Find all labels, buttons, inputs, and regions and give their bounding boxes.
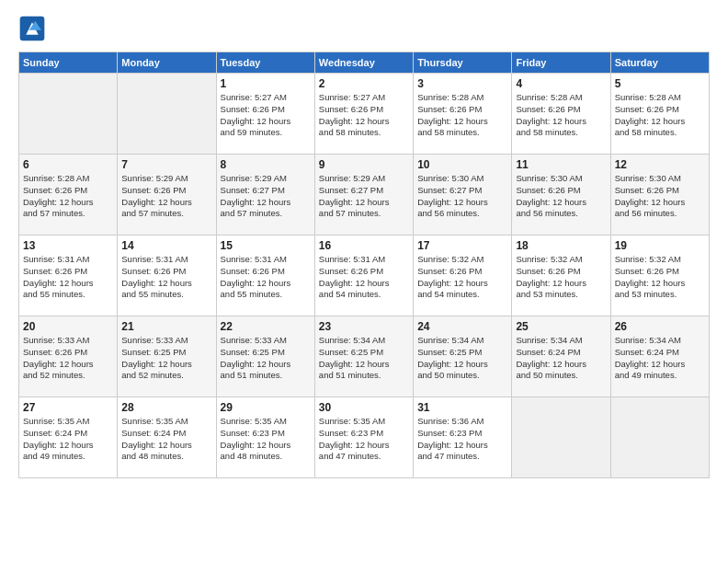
day-number: 1	[221, 77, 311, 90]
calendar-cell	[512, 397, 610, 478]
week-row-2: 6Sunrise: 5:28 AM Sunset: 6:26 PM Daylig…	[19, 155, 710, 236]
day-header-row: SundayMondayTuesdayWednesdayThursdayFrid…	[19, 52, 710, 74]
calendar-cell: 13Sunrise: 5:31 AM Sunset: 6:26 PM Dayli…	[19, 236, 118, 316]
day-number: 9	[319, 158, 409, 171]
day-detail: Sunrise: 5:29 AM Sunset: 6:27 PM Dayligh…	[221, 173, 311, 220]
day-detail: Sunrise: 5:31 AM Sunset: 6:26 PM Dayligh…	[221, 254, 311, 301]
week-row-4: 20Sunrise: 5:33 AM Sunset: 6:26 PM Dayli…	[19, 316, 710, 397]
calendar-cell: 12Sunrise: 5:30 AM Sunset: 6:26 PM Dayli…	[610, 155, 709, 236]
day-number: 14	[121, 239, 211, 252]
day-number: 31	[417, 401, 507, 414]
calendar-cell: 28Sunrise: 5:35 AM Sunset: 6:24 PM Dayli…	[118, 397, 216, 478]
day-number: 3	[417, 77, 507, 90]
calendar-cell: 22Sunrise: 5:33 AM Sunset: 6:25 PM Dayli…	[216, 316, 314, 397]
day-number: 6	[23, 158, 113, 171]
calendar-cell: 26Sunrise: 5:34 AM Sunset: 6:24 PM Dayli…	[610, 316, 709, 397]
day-number: 26	[615, 320, 705, 333]
day-detail: Sunrise: 5:27 AM Sunset: 6:26 PM Dayligh…	[221, 92, 311, 139]
calendar-cell: 9Sunrise: 5:29 AM Sunset: 6:27 PM Daylig…	[314, 155, 413, 236]
calendar-cell: 5Sunrise: 5:28 AM Sunset: 6:26 PM Daylig…	[610, 74, 709, 155]
calendar-cell: 7Sunrise: 5:29 AM Sunset: 6:26 PM Daylig…	[118, 155, 216, 236]
day-number: 12	[615, 158, 705, 171]
calendar-cell: 14Sunrise: 5:31 AM Sunset: 6:26 PM Dayli…	[118, 236, 216, 316]
day-number: 20	[23, 320, 113, 333]
day-number: 18	[516, 239, 606, 252]
day-number: 21	[121, 320, 211, 333]
day-detail: Sunrise: 5:29 AM Sunset: 6:27 PM Dayligh…	[319, 173, 409, 220]
day-detail: Sunrise: 5:32 AM Sunset: 6:26 PM Dayligh…	[516, 254, 606, 301]
day-detail: Sunrise: 5:36 AM Sunset: 6:23 PM Dayligh…	[417, 416, 507, 463]
day-detail: Sunrise: 5:31 AM Sunset: 6:26 PM Dayligh…	[319, 254, 409, 301]
day-header-friday: Friday	[512, 52, 610, 74]
day-detail: Sunrise: 5:28 AM Sunset: 6:26 PM Dayligh…	[417, 92, 507, 139]
day-header-sunday: Sunday	[19, 52, 118, 74]
calendar-cell: 23Sunrise: 5:34 AM Sunset: 6:25 PM Dayli…	[314, 316, 413, 397]
day-header-wednesday: Wednesday	[314, 52, 413, 74]
day-detail: Sunrise: 5:34 AM Sunset: 6:24 PM Dayligh…	[516, 335, 606, 382]
day-detail: Sunrise: 5:34 AM Sunset: 6:24 PM Dayligh…	[615, 335, 705, 382]
day-number: 22	[221, 320, 311, 333]
day-detail: Sunrise: 5:28 AM Sunset: 6:26 PM Dayligh…	[615, 92, 705, 139]
day-header-thursday: Thursday	[414, 52, 512, 74]
calendar-cell: 20Sunrise: 5:33 AM Sunset: 6:26 PM Dayli…	[19, 316, 118, 397]
calendar-cell	[19, 74, 118, 155]
day-number: 8	[221, 158, 311, 171]
day-header-tuesday: Tuesday	[216, 52, 314, 74]
calendar-cell: 6Sunrise: 5:28 AM Sunset: 6:26 PM Daylig…	[19, 155, 118, 236]
day-detail: Sunrise: 5:30 AM Sunset: 6:27 PM Dayligh…	[417, 173, 507, 220]
day-detail: Sunrise: 5:27 AM Sunset: 6:26 PM Dayligh…	[319, 92, 409, 139]
calendar-cell: 15Sunrise: 5:31 AM Sunset: 6:26 PM Dayli…	[216, 236, 314, 316]
day-detail: Sunrise: 5:28 AM Sunset: 6:26 PM Dayligh…	[23, 173, 113, 220]
day-number: 19	[615, 239, 705, 252]
calendar-cell: 8Sunrise: 5:29 AM Sunset: 6:27 PM Daylig…	[216, 155, 314, 236]
week-row-1: 1Sunrise: 5:27 AM Sunset: 6:26 PM Daylig…	[19, 74, 710, 155]
week-row-3: 13Sunrise: 5:31 AM Sunset: 6:26 PM Dayli…	[19, 236, 710, 316]
logo	[18, 15, 50, 42]
calendar-cell: 25Sunrise: 5:34 AM Sunset: 6:24 PM Dayli…	[512, 316, 610, 397]
day-number: 16	[319, 239, 409, 252]
day-detail: Sunrise: 5:35 AM Sunset: 6:23 PM Dayligh…	[319, 416, 409, 463]
day-number: 17	[417, 239, 507, 252]
calendar-cell: 31Sunrise: 5:36 AM Sunset: 6:23 PM Dayli…	[414, 397, 512, 478]
calendar-cell: 29Sunrise: 5:35 AM Sunset: 6:23 PM Dayli…	[216, 397, 314, 478]
calendar-cell: 4Sunrise: 5:28 AM Sunset: 6:26 PM Daylig…	[512, 74, 610, 155]
day-header-saturday: Saturday	[610, 52, 709, 74]
calendar-cell: 24Sunrise: 5:34 AM Sunset: 6:25 PM Dayli…	[414, 316, 512, 397]
calendar-cell	[610, 397, 709, 478]
calendar-cell: 11Sunrise: 5:30 AM Sunset: 6:26 PM Dayli…	[512, 155, 610, 236]
calendar-cell: 17Sunrise: 5:32 AM Sunset: 6:26 PM Dayli…	[414, 236, 512, 316]
day-detail: Sunrise: 5:30 AM Sunset: 6:26 PM Dayligh…	[615, 173, 705, 220]
day-detail: Sunrise: 5:35 AM Sunset: 6:23 PM Dayligh…	[221, 416, 311, 463]
calendar-body: 1Sunrise: 5:27 AM Sunset: 6:26 PM Daylig…	[19, 74, 710, 478]
day-detail: Sunrise: 5:30 AM Sunset: 6:26 PM Dayligh…	[516, 173, 606, 220]
day-number: 27	[23, 401, 113, 414]
calendar-cell: 30Sunrise: 5:35 AM Sunset: 6:23 PM Dayli…	[314, 397, 413, 478]
day-detail: Sunrise: 5:32 AM Sunset: 6:26 PM Dayligh…	[615, 254, 705, 301]
calendar-table: SundayMondayTuesdayWednesdayThursdayFrid…	[18, 52, 710, 478]
day-detail: Sunrise: 5:34 AM Sunset: 6:25 PM Dayligh…	[319, 335, 409, 382]
calendar-cell: 3Sunrise: 5:28 AM Sunset: 6:26 PM Daylig…	[414, 74, 512, 155]
day-number: 2	[319, 77, 409, 90]
day-detail: Sunrise: 5:33 AM Sunset: 6:25 PM Dayligh…	[121, 335, 211, 382]
logo-icon	[18, 15, 46, 42]
day-number: 28	[121, 401, 211, 414]
day-number: 4	[516, 77, 606, 90]
day-number: 15	[221, 239, 311, 252]
day-header-monday: Monday	[118, 52, 216, 74]
calendar-cell: 19Sunrise: 5:32 AM Sunset: 6:26 PM Dayli…	[610, 236, 709, 316]
day-detail: Sunrise: 5:31 AM Sunset: 6:26 PM Dayligh…	[23, 254, 113, 301]
calendar-header: SundayMondayTuesdayWednesdayThursdayFrid…	[19, 52, 710, 74]
calendar-cell	[118, 74, 216, 155]
day-number: 11	[516, 158, 606, 171]
calendar-cell: 16Sunrise: 5:31 AM Sunset: 6:26 PM Dayli…	[314, 236, 413, 316]
page-header	[18, 15, 710, 42]
day-number: 7	[121, 158, 211, 171]
day-number: 10	[417, 158, 507, 171]
day-detail: Sunrise: 5:29 AM Sunset: 6:26 PM Dayligh…	[121, 173, 211, 220]
day-number: 25	[516, 320, 606, 333]
calendar-cell: 2Sunrise: 5:27 AM Sunset: 6:26 PM Daylig…	[314, 74, 413, 155]
week-row-5: 27Sunrise: 5:35 AM Sunset: 6:24 PM Dayli…	[19, 397, 710, 478]
day-detail: Sunrise: 5:33 AM Sunset: 6:26 PM Dayligh…	[23, 335, 113, 382]
calendar-cell: 1Sunrise: 5:27 AM Sunset: 6:26 PM Daylig…	[216, 74, 314, 155]
day-detail: Sunrise: 5:31 AM Sunset: 6:26 PM Dayligh…	[121, 254, 211, 301]
